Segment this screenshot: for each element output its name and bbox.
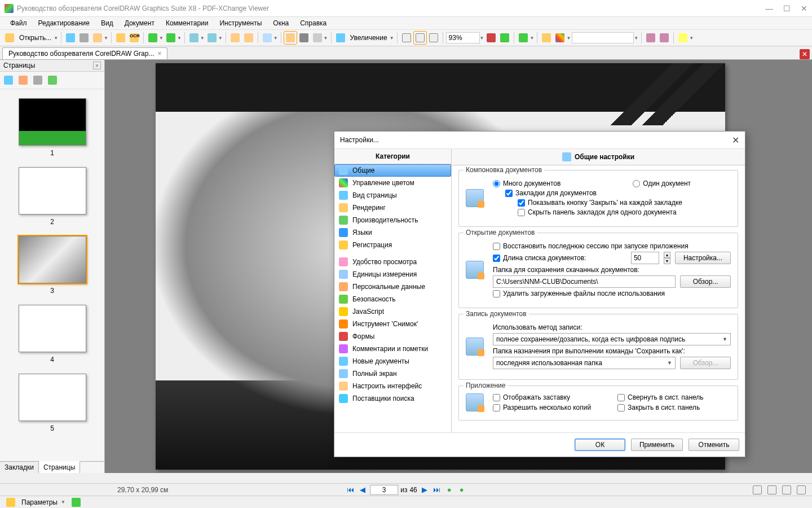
category-comments[interactable]: Комментарии и пометки	[334, 343, 451, 355]
category-customize-ui[interactable]: Настроить интерфейс	[334, 380, 451, 392]
layout-facing-button[interactable]	[780, 484, 793, 496]
zoom-label[interactable]: Увеличение	[348, 34, 390, 42]
config-button[interactable]: Настройка...	[675, 252, 731, 264]
save-folder-input[interactable]	[493, 275, 676, 288]
check-multi-instance[interactable]: Разрешить несколько копий	[493, 404, 606, 411]
ocr-button[interactable]: OCR	[128, 32, 140, 44]
launch-button[interactable]	[517, 32, 529, 44]
category-security[interactable]: Безопасность	[334, 293, 451, 305]
category-units[interactable]: Единицы измерения	[334, 268, 451, 281]
menu-comments[interactable]: Комментарии	[161, 18, 213, 28]
menu-tools[interactable]: Инструменты	[215, 18, 266, 28]
check-doc-tabs[interactable]: Закладки для документов	[505, 189, 597, 197]
ok-button[interactable]: ОК	[575, 439, 625, 451]
nav-back-button[interactable]	[147, 32, 159, 44]
thumbnail[interactable]: 2	[5, 167, 100, 226]
category-color-management[interactable]: Управление цветом	[334, 177, 451, 189]
select-tool-button[interactable]	[311, 32, 324, 44]
maximize-button[interactable]: ☐	[783, 4, 791, 13]
thumb-print-button[interactable]	[32, 74, 44, 86]
params-button[interactable]: Параметры	[21, 498, 58, 506]
category-languages[interactable]: Языки	[334, 226, 451, 239]
thumb-options-button[interactable]	[46, 74, 59, 86]
page-number-input[interactable]	[370, 485, 398, 495]
tab-pages[interactable]: Страницы	[39, 461, 80, 473]
rotate-ccw-button[interactable]	[188, 32, 200, 44]
save-button[interactable]	[64, 32, 77, 44]
menu-windows[interactable]: Окна	[268, 18, 293, 28]
tab-bookmarks[interactable]: Закладки	[0, 462, 39, 473]
minimize-button[interactable]: —	[765, 4, 773, 13]
copy-button[interactable]	[261, 32, 273, 44]
apply-button[interactable]: Применить	[631, 439, 683, 451]
category-general[interactable]: Общие	[334, 164, 451, 177]
zoom-out-button[interactable]	[485, 32, 497, 44]
category-search-providers[interactable]: Поставщики поиска	[334, 392, 451, 405]
category-snapshot[interactable]: Инструмент 'Снимок'	[334, 318, 451, 330]
category-page-view[interactable]: Вид страницы	[334, 189, 451, 202]
pages-panel-close[interactable]: ×	[93, 62, 101, 69]
check-list-length[interactable]: Длина списка документов:	[493, 254, 586, 262]
redo-button[interactable]	[242, 32, 255, 44]
layout-facing-cont-button[interactable]	[795, 484, 807, 496]
search-input[interactable]	[572, 32, 634, 43]
open-label[interactable]: Открыть...	[17, 34, 54, 42]
first-page-button[interactable]: ⏮	[345, 485, 355, 495]
last-page-button[interactable]: ⏭	[432, 485, 442, 495]
layout-continuous-button[interactable]	[766, 484, 778, 496]
thumb-zoomin-button[interactable]	[2, 74, 15, 86]
list-length-input[interactable]	[631, 252, 659, 264]
menu-document[interactable]: Документ	[120, 18, 159, 28]
search-web-button[interactable]	[554, 32, 566, 44]
thumbnails-list[interactable]: 1 2 3 4 5	[0, 89, 104, 461]
menu-edit[interactable]: Редактирование	[34, 18, 94, 28]
category-new-docs[interactable]: Новые документы	[334, 355, 451, 367]
check-close-tray[interactable]: Закрыть в сист. панель	[617, 404, 731, 411]
nav-fwd-button[interactable]: ●	[457, 485, 467, 495]
close-button[interactable]: ✕	[801, 4, 807, 13]
layout-single-button[interactable]	[751, 484, 764, 496]
print-button[interactable]	[78, 32, 90, 44]
category-registration[interactable]: Регистрация	[334, 239, 451, 251]
thumbnail[interactable]: 4	[5, 305, 100, 364]
thumb-zoomout-button[interactable]	[17, 74, 29, 86]
stamp2-button[interactable]	[658, 32, 670, 44]
fit-page-button[interactable]	[414, 32, 426, 44]
open-dropdown[interactable]: ▼	[54, 36, 58, 41]
category-identity[interactable]: Персональные данные	[334, 281, 451, 293]
prev-page-button[interactable]: ◀	[358, 485, 368, 495]
highlight-button[interactable]	[677, 32, 689, 44]
thumbnail[interactable]: 1	[5, 98, 100, 157]
zoom-input[interactable]	[446, 32, 480, 43]
save-method-select[interactable]: полное сохранение/дозапись, когда есть ц…	[493, 333, 731, 345]
category-fullscreen[interactable]: Полный экран	[334, 367, 451, 380]
zoom-in-button[interactable]	[498, 32, 511, 44]
cancel-button[interactable]: Отменить	[689, 439, 739, 451]
category-performance[interactable]: Производительность	[334, 214, 451, 226]
browse-saveas-button[interactable]: Обзор...	[680, 357, 731, 369]
category-accessibility[interactable]: Удобство просмотра	[334, 256, 451, 268]
close-all-docs-button[interactable]: ✕	[800, 49, 810, 59]
bookmark-button[interactable]	[5, 496, 17, 509]
menu-view[interactable]: Вид	[96, 18, 118, 28]
document-tab[interactable]: Руководство обозревателя CorelDRAW Grap.…	[2, 47, 167, 59]
category-javascript[interactable]: JavaScript	[334, 305, 451, 318]
links-button[interactable]	[540, 32, 553, 44]
categories-list[interactable]: Общие Управление цветом Вид страницы Рен…	[334, 164, 451, 432]
actual-size-button[interactable]	[400, 32, 413, 44]
saveas-folder-select[interactable]: последняя использованная папка▼	[493, 357, 676, 369]
check-delete-after[interactable]: Удалить загруженные файлы после использо…	[493, 290, 665, 297]
document-tab-close[interactable]: ×	[157, 50, 161, 58]
export-button[interactable]	[114, 32, 127, 44]
check-min-tray[interactable]: Свернуть в сист. панель	[617, 393, 731, 401]
thumbnail[interactable]: 3	[5, 236, 100, 295]
stamp-button[interactable]	[645, 32, 657, 44]
open-button[interactable]	[3, 32, 16, 44]
nav-back-button[interactable]: ●	[444, 485, 454, 495]
check-restore-session[interactable]: Восстановить последнюю сессию при запуск…	[493, 242, 689, 250]
next-page-button[interactable]: ▶	[420, 485, 430, 495]
fit-width-button[interactable]	[427, 32, 440, 44]
category-rendering[interactable]: Рендеринг	[334, 202, 451, 214]
snapshot-tool-button[interactable]	[298, 32, 310, 44]
list-length-spinner[interactable]: ▲▼	[664, 252, 670, 264]
